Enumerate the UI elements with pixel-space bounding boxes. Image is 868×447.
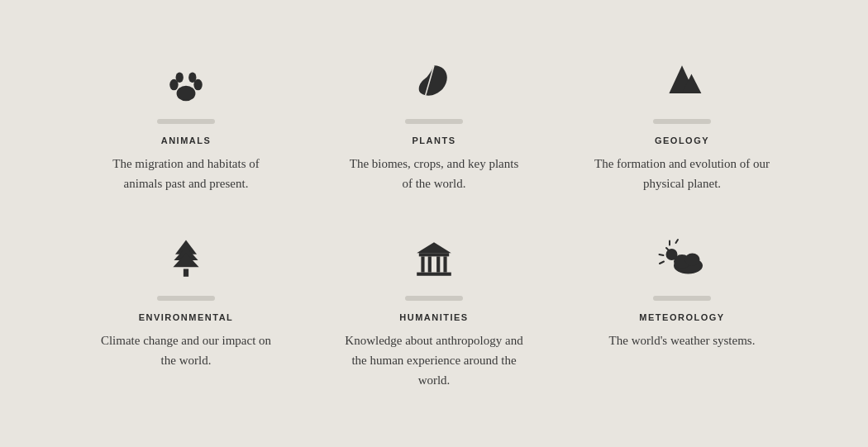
svg-rect-13 <box>419 253 449 256</box>
svg-point-0 <box>177 85 196 101</box>
geology-title: GEOLOGY <box>655 136 709 145</box>
environmental-title: ENVIRONMENTAL <box>139 312 234 322</box>
card-humanities[interactable]: HUMANITIES Knowledge about anthropology … <box>327 218 541 407</box>
mountain-icon <box>661 61 703 104</box>
svg-rect-15 <box>428 256 432 272</box>
category-grid: ANIMALS The migration and habitats of an… <box>79 25 789 423</box>
animals-icon-area <box>145 50 227 124</box>
meteorology-title: METEOROLOGY <box>639 312 724 322</box>
building-icon <box>413 238 455 281</box>
weather-icon <box>657 238 707 281</box>
geology-icon-area <box>641 50 723 124</box>
plants-title: PLANTS <box>413 136 456 145</box>
card-meteorology[interactable]: METEOROLOGY The world's weather systems. <box>575 218 789 407</box>
card-geology[interactable]: GEOLOGY The formation and evolution of o… <box>575 41 789 210</box>
svg-line-22 <box>660 254 664 255</box>
card-environmental[interactable]: ENVIRONMENTAL Climate change and our imp… <box>79 218 293 407</box>
card-plants[interactable]: PLANTS The biomes, crops, and key plants… <box>327 41 541 210</box>
svg-rect-8 <box>184 269 188 276</box>
meteorology-description: The world's weather systems. <box>609 330 756 350</box>
tree-icon <box>165 238 207 281</box>
svg-line-21 <box>676 240 679 243</box>
humanities-title: HUMANITIES <box>399 312 468 322</box>
svg-rect-16 <box>436 256 440 272</box>
svg-point-4 <box>188 72 196 82</box>
plants-icon-area <box>393 50 475 124</box>
geology-description: The formation and evolution of our physi… <box>591 154 773 193</box>
svg-rect-14 <box>421 256 424 272</box>
svg-point-27 <box>685 253 700 265</box>
plants-description: The biomes, crops, and key plants of the… <box>343 154 525 193</box>
humanities-icon-area <box>393 226 475 301</box>
animals-title: ANIMALS <box>161 136 212 145</box>
leaf-icon <box>413 61 455 104</box>
svg-point-3 <box>176 72 184 82</box>
environmental-description: Climate change and our impact on the wor… <box>95 330 277 370</box>
humanities-description: Knowledge about anthropology and the hum… <box>343 330 525 390</box>
environmental-icon-area <box>145 226 227 301</box>
paw-icon <box>165 61 207 104</box>
svg-rect-12 <box>417 272 451 275</box>
card-animals[interactable]: ANIMALS The migration and habitats of an… <box>79 41 293 210</box>
meteorology-icon-area <box>641 226 723 301</box>
svg-rect-17 <box>443 256 446 272</box>
animals-description: The migration and habitats of animals pa… <box>95 154 277 193</box>
svg-line-23 <box>660 261 664 264</box>
svg-marker-18 <box>417 242 451 253</box>
